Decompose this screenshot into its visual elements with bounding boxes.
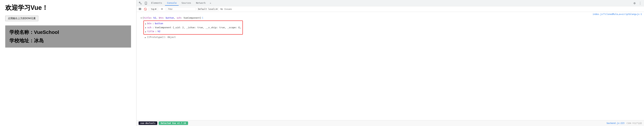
school-address-row: 学校地址：冰岛 (10, 37, 127, 44)
proto-label: [[Prototype]]: Object (147, 35, 176, 39)
device-icon[interactable] (144, 1, 148, 6)
school-address-label: 学校地址： (10, 38, 34, 43)
tab-elements[interactable]: Elements (149, 1, 164, 6)
tab-network[interactable]: Network (194, 1, 208, 6)
info-icon[interactable]: i (202, 16, 203, 20)
proto-arrow[interactable]: ▶ (145, 36, 146, 39)
expanded-row-sch: ▶ sch : VueComponent {_uid: 2, _isVue: t… (145, 26, 241, 30)
output-button[interactable]: 点我输出上方的DOM元素 (5, 16, 38, 21)
more-options-icon[interactable]: ⋮ (638, 1, 642, 6)
tab-console[interactable]: Console (165, 1, 179, 6)
vue-version-badge: Detected Vue v2.7.16 (159, 121, 188, 125)
block-icon[interactable]: 🚫 (143, 7, 147, 11)
eye-icon[interactable]: 👁 (160, 7, 164, 11)
devtools-footer: vue-devtools Detected Vue v2.7.16 backen… (136, 120, 644, 126)
divider-1 (148, 8, 148, 11)
btn-value: button (155, 22, 163, 25)
levels-chevron: ▼ (216, 8, 218, 10)
no-issues-label: No Issues (220, 8, 232, 10)
source-link[interactable]: index.js??clonedRule…e=script&lang=js:1 (592, 13, 642, 16)
school-address-value: 冰岛 (34, 38, 44, 43)
settings-icon[interactable]: ⚙ (632, 1, 637, 6)
info-box: 学校名称：VueSchool 学校地址：冰岛 (5, 25, 131, 47)
footer-badges: vue-devtools Detected Vue v2.7.16 (138, 121, 188, 125)
school-name-row: 学校名称：VueSchool (10, 29, 127, 36)
default-levels-label: Default levels (198, 8, 216, 10)
svg-rect-11 (139, 8, 140, 9)
context-value: top (151, 8, 155, 10)
expanded-row-title: ▶ title : h2 (145, 29, 241, 34)
expand-sch-arrow[interactable]: ▶ (145, 26, 146, 29)
svg-line-8 (140, 3, 141, 4)
obj-summary: {title: h2, btn: button, sch: VueCompone… (142, 16, 201, 20)
svg-rect-13 (139, 9, 140, 10)
console-entry-main: ▼ {title: h2, btn: button, sch: VueCompo… (136, 16, 644, 40)
devtools-badge: vue-devtools (138, 121, 157, 125)
console-link-row: index.js??clonedRule…e=script&lang=js:1 (136, 13, 644, 16)
title-key: title (147, 30, 154, 33)
console-content: index.js??clonedRule…e=script&lang=js:1 … (136, 12, 644, 120)
clear-console-button[interactable] (138, 7, 142, 11)
footer-right: backend.js:223 CSDN 中生产品质 (607, 122, 642, 124)
default-levels-selector[interactable]: Default levels ▼ (197, 7, 219, 11)
csdn-watermark: CSDN 中生产品质 (626, 122, 642, 124)
devtools-tabs-bar: Elements Console Sources Network » ⚙ ⋮ (136, 0, 644, 6)
tab-sources[interactable]: Sources (179, 1, 193, 6)
sch-value: VueComponent {_uid: 2, _isVue: true, __v… (155, 26, 241, 29)
devtools-panel: Elements Console Sources Network » ⚙ ⋮ 🚫… (136, 0, 644, 126)
inspect-icon[interactable] (138, 1, 143, 6)
expand-btn-arrow[interactable]: ▶ (145, 22, 146, 25)
left-panel: 欢迎学习Vue！ 点我输出上方的DOM元素 学校名称：VueSchool 学校地… (0, 0, 136, 126)
console-toolbar: 🚫 top ▼ 👁 Default levels ▼ No Issues (136, 6, 644, 12)
expand-arrow-main[interactable]: ▼ (141, 17, 142, 20)
title-value: h2 (158, 30, 160, 33)
expanded-object-block: ▶ btn : button ▶ sch : VueComponent {_ui… (144, 21, 243, 35)
context-selector[interactable]: top ▼ (150, 7, 158, 11)
backend-link[interactable]: backend.js:223 (607, 122, 624, 124)
main-title: 欢迎学习Vue！ (5, 4, 131, 12)
svg-rect-14 (140, 9, 141, 10)
obj-brace-open: { (142, 17, 144, 19)
expand-title-arrow[interactable]: ▶ (145, 30, 146, 33)
expanded-row-btn: ▶ btn : button (145, 22, 241, 26)
btn-key: btn (147, 22, 151, 25)
proto-row: ▶ [[Prototype]]: Object (141, 35, 642, 39)
filter-input[interactable] (166, 7, 196, 11)
context-chevron: ▼ (155, 8, 156, 10)
sch-key: sch (147, 26, 151, 29)
svg-rect-12 (140, 8, 141, 9)
school-name-label: 学校名称： (10, 29, 34, 35)
tab-more[interactable]: » (208, 1, 212, 5)
school-name-value: VueSchool (34, 29, 59, 35)
